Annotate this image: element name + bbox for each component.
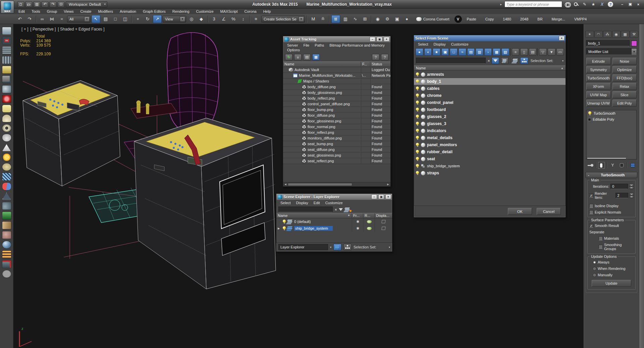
asset-row[interactable]: body_diffuse.png Found [283, 84, 390, 90]
sun-icon[interactable] [2, 153, 11, 161]
menu-item[interactable]: Modifiers [95, 9, 116, 14]
copy-button[interactable]: Copy [481, 15, 498, 23]
modifier-button[interactable]: Noise [612, 58, 637, 65]
isoline-display-checkbox[interactable]: ✓ [589, 204, 593, 208]
cancel-button[interactable]: Cancel [537, 208, 561, 215]
redo-icon[interactable]: ↷ [25, 15, 34, 23]
hierarchy-mode-button[interactable] [343, 244, 352, 250]
refresh-icon[interactable]: ↻ [285, 54, 292, 60]
display-spacewarps-icon[interactable]: ≈ [459, 48, 466, 56]
object-name-field[interactable]: body_1 [586, 40, 630, 46]
menu-item[interactable]: Bitmap Performance and Memory [327, 43, 386, 48]
help-context-icon[interactable]: ? [381, 54, 388, 60]
paste-button[interactable]: Paste [463, 15, 480, 23]
object-color-swatch[interactable] [631, 41, 637, 46]
advanced-filter-button[interactable] [501, 57, 508, 64]
display-icon[interactable] [381, 227, 385, 230]
search-icon[interactable] [565, 2, 571, 6]
named-selection-icon[interactable]: ≡ [252, 15, 260, 23]
panel-scrollbar[interactable] [639, 24, 644, 348]
object-row[interactable]: control_panel [414, 99, 566, 106]
modifier-enabled-icon[interactable] [588, 111, 592, 116]
material-editor-icon[interactable]: ◉ [373, 15, 382, 23]
asset-row[interactable]: floor_reflect.png Found [283, 130, 390, 135]
expand-stack-icon[interactable] [588, 118, 591, 121]
tab-create[interactable]: ✶ [585, 31, 594, 38]
menu-item[interactable]: Select [416, 42, 430, 47]
move-icon[interactable]: + [133, 15, 142, 23]
table-view-icon[interactable]: ▦ [312, 54, 320, 60]
layer-row[interactable]: ▶ ship_bridge_system ✱ [276, 225, 392, 232]
menu-item[interactable]: Corona [241, 9, 260, 14]
filter-toggle-button[interactable] [492, 57, 499, 64]
menu-item[interactable]: Display [432, 42, 448, 47]
freeze-icon[interactable]: ✱ [356, 226, 359, 231]
menu-item[interactable]: Customize [193, 9, 217, 14]
smoothing-groups-checkbox[interactable]: ✓ [599, 245, 603, 249]
save-file-button[interactable]: ▥ [34, 1, 40, 7]
res-1480-button[interactable]: 1480 [499, 15, 515, 23]
minimize-button[interactable]: – [371, 194, 377, 199]
asset-row[interactable]: control_panel_diffuse.png Found [283, 101, 390, 107]
list-view-icon[interactable]: ≡ [512, 48, 520, 56]
asset-tracking-titlebar[interactable]: Asset Tracking – ▣ × [283, 36, 390, 42]
bind-spacewarp-icon[interactable]: ≈ [57, 15, 66, 23]
brain-icon[interactable] [2, 231, 11, 239]
menu-item[interactable]: Graph Editors [140, 9, 169, 14]
display-lights-icon[interactable]: ★ [433, 48, 440, 56]
object-list-header[interactable]: Name ▲ [414, 65, 566, 71]
object-row[interactable]: body_1 [414, 78, 566, 85]
menu-item[interactable]: Create [77, 9, 94, 14]
asset-row[interactable]: Marine_Multifunction_Workstatio... \... … [283, 73, 390, 78]
chevron-down-icon[interactable]: ▾ [562, 59, 564, 62]
remove-modifier-icon[interactable] [618, 162, 625, 169]
sep[interactable] [537, 48, 538, 56]
menu-item[interactable]: File [301, 43, 311, 48]
asset-row[interactable]: seat_diffuse.png Found [283, 147, 390, 153]
control-table-icon[interactable] [2, 56, 11, 64]
filter-icon[interactable] [339, 208, 343, 211]
filter-config-icon[interactable]: ▭ [556, 48, 564, 56]
new-file-button[interactable]: 🗋 [17, 1, 24, 7]
menu-item[interactable]: Edit [312, 200, 322, 205]
close-button[interactable]: × [559, 36, 565, 41]
redo-button[interactable]: ↷ [50, 1, 56, 7]
manually-radio[interactable] [593, 273, 596, 277]
menu-item[interactable]: Customize [449, 42, 471, 47]
always-radio[interactable] [593, 260, 596, 264]
detail-view-icon[interactable]: ▤ [529, 48, 537, 56]
dome-icon[interactable] [2, 114, 11, 122]
filter-save-icon[interactable]: ▼ [548, 48, 555, 56]
stack-item-editable-poly[interactable]: Editable Poly [587, 116, 636, 122]
asset-row[interactable]: seat_glossiness.png Found [283, 153, 390, 158]
object-row[interactable]: chrome [414, 92, 566, 99]
update-button[interactable]: Update [592, 280, 631, 287]
thumbnail-view-icon[interactable]: ▤ [303, 54, 311, 60]
display-shapes-icon[interactable]: ◖ [424, 48, 432, 56]
percent-snap-icon[interactable]: % [229, 15, 238, 23]
explorer-mode-dropdown[interactable]: Layer Explorer [278, 244, 328, 250]
object-row[interactable]: indicators [414, 127, 566, 134]
menu-item[interactable]: Group [44, 9, 60, 14]
configure-modifier-sets-icon[interactable] [629, 162, 636, 169]
rendered-frame-icon[interactable]: ▣ [393, 15, 401, 23]
horizontal-scrollbar[interactable]: ◀ ▶ [283, 182, 390, 186]
column-view-icon[interactable]: ▯ [520, 48, 528, 56]
iterations-spinner[interactable]: ▲▼ [629, 184, 634, 189]
layer-visibility-icon[interactable] [282, 226, 286, 231]
headlight-icon[interactable] [2, 85, 11, 93]
menu-item[interactable]: Customize [323, 200, 345, 205]
hierarchy-toggle-button[interactable] [520, 57, 528, 64]
layer-row[interactable]: ▶ 0 (default) ✱ [276, 218, 392, 225]
modifier-button[interactable]: Unwrap UVW [586, 100, 611, 107]
clear-search-icon[interactable]: × [335, 208, 337, 212]
undo-icon[interactable]: ↶ [15, 15, 24, 23]
disc-icon[interactable] [2, 163, 11, 171]
modifier-button[interactable]: Slice [612, 91, 637, 98]
smooth-result-checkbox[interactable]: ✓ [589, 224, 593, 228]
modifier-button[interactable]: Optimize [612, 66, 637, 73]
modifier-button[interactable]: XForm [586, 83, 611, 90]
vmpp4-button[interactable]: VMPP4 [570, 15, 591, 23]
modifier-button[interactable]: UVW Map [586, 91, 611, 98]
tab-utilities[interactable]: ⚒ [630, 31, 639, 38]
